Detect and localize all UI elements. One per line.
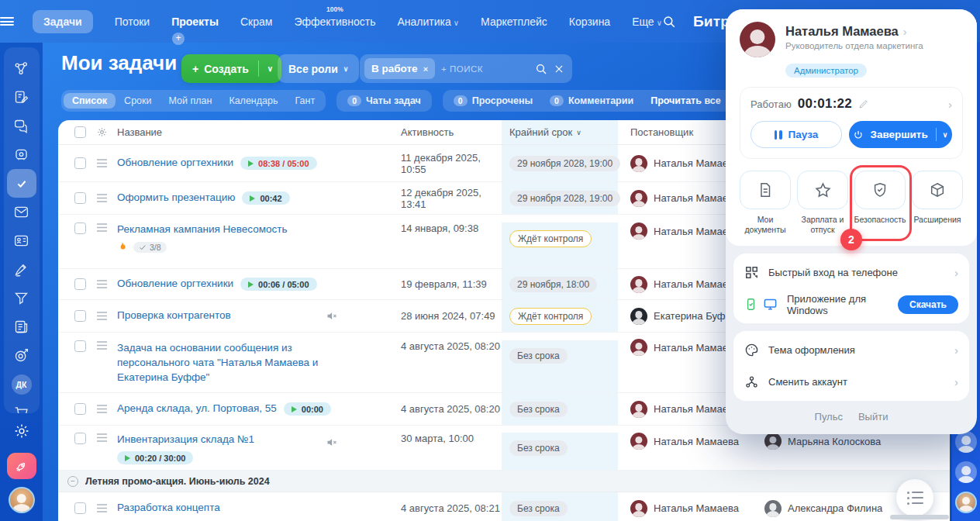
profile-name[interactable]: Наталья Мамаева› [785, 24, 923, 39]
row-checkbox[interactable] [74, 403, 86, 415]
mute-icon[interactable] [326, 436, 337, 448]
qr-login-row[interactable]: Быстрый вход на телефоне › [744, 257, 958, 288]
menu-hamburger-icon[interactable] [0, 16, 14, 28]
sidebar-item-collab-icon[interactable] [7, 54, 36, 83]
task-timer-badge[interactable]: 00:00 [284, 402, 331, 416]
sidebar-item-marketing-icon[interactable] [7, 341, 36, 370]
avatar[interactable] [630, 155, 647, 172]
avatar[interactable] [630, 223, 647, 240]
tab-deadlines[interactable]: Сроки [116, 93, 160, 109]
nav-tasks[interactable]: Задачи [33, 10, 93, 33]
row-checkbox[interactable] [74, 157, 86, 169]
horizontal-scrollbar[interactable] [890, 515, 949, 519]
row-checkbox[interactable] [74, 340, 86, 352]
task-title-link[interactable]: Инвентаризация склада №1 [117, 433, 254, 447]
chat-avatar-active[interactable] [955, 492, 977, 513]
task-timer-badge[interactable]: 00:06 / 05:00 [240, 278, 316, 291]
logout-link[interactable]: Выйти [858, 411, 889, 423]
rocket-boost-button[interactable] [7, 453, 36, 479]
tile-extensions[interactable]: Расширения [912, 171, 963, 235]
chip-remove-icon[interactable]: × [423, 64, 428, 74]
theme-row[interactable]: Тема оформления › [744, 334, 958, 366]
sidebar-item-sales-funnel-icon[interactable] [7, 284, 36, 312]
pause-work-button[interactable]: Пауза [751, 121, 842, 148]
chevron-right-icon[interactable]: › [948, 98, 952, 111]
drag-handle-icon[interactable] [86, 340, 117, 350]
column-header-deadline[interactable]: Крайний срок∨ [502, 120, 618, 144]
avatar[interactable] [764, 433, 782, 450]
profile-avatar[interactable] [740, 22, 775, 57]
task-title-link[interactable]: Разработка концепта [117, 501, 220, 515]
overdue-counter[interactable]: 0 Просрочены [445, 95, 541, 106]
sidebar-item-video-calls-icon[interactable] [7, 140, 36, 169]
drag-handle-icon[interactable] [86, 433, 117, 443]
tile-salary-vacation[interactable]: Зарплата и отпуск [797, 171, 848, 235]
avatar[interactable] [630, 433, 647, 450]
drag-handle-icon[interactable] [86, 158, 117, 168]
task-title-link[interactable]: Проверка контрагентов [117, 309, 231, 323]
row-checkbox[interactable] [74, 310, 86, 322]
row-checkbox[interactable] [74, 433, 86, 444]
edit-time-pencil-icon[interactable] [858, 99, 868, 109]
avatar[interactable] [630, 190, 647, 207]
column-header-name[interactable]: Название [117, 126, 401, 138]
drag-handle-icon[interactable] [86, 404, 117, 414]
collapse-group-icon[interactable]: − [67, 476, 78, 487]
nav-flows[interactable]: Потоки [115, 16, 150, 28]
sidebar-item-mail-icon[interactable] [7, 198, 36, 226]
task-title-link[interactable]: Задача на основании сообщения из персона… [117, 342, 318, 383]
nav-more[interactable]: Еще∨ [632, 16, 662, 28]
avatar[interactable] [630, 276, 647, 293]
worktime-card[interactable]: Работаю 00:01:22 › Пауза Завершить [740, 87, 963, 159]
row-checkbox[interactable] [74, 192, 86, 204]
drag-handle-icon[interactable] [86, 311, 117, 321]
sidebar-item-crm-icon[interactable] [7, 226, 36, 255]
creator-name[interactable]: Наталья Мамаева [654, 436, 739, 447]
task-timer-badge[interactable]: 08:38 / 05:00 [240, 157, 316, 170]
nav-scrum[interactable]: Скрам [240, 16, 272, 28]
tab-my-plan[interactable]: Мой план [160, 93, 221, 109]
table-settings-gear-icon[interactable] [86, 126, 117, 138]
sidebar-item-news-icon[interactable] [7, 83, 36, 112]
table-row[interactable]: Разработка концепта 4 августа 2025, 08:2… [58, 492, 950, 521]
task-title-link[interactable]: Аренда склада, ул. Портовая, 55 [117, 402, 277, 416]
search-input[interactable]: В работе × + ПОИСК [360, 54, 572, 83]
filter-chip-in-progress[interactable]: В работе × [364, 58, 435, 79]
checklist-badge[interactable]: 3/8 [133, 242, 167, 253]
tab-list[interactable]: Список [64, 93, 116, 109]
sidebar-item-sign-icon[interactable] [7, 255, 36, 284]
clear-search-icon[interactable] [554, 64, 564, 74]
mute-icon[interactable] [326, 310, 337, 322]
creator-name[interactable]: Наталья Мамаева [654, 502, 739, 514]
task-title-link[interactable]: Обновление оргтехники [117, 277, 233, 291]
task-timer-badge[interactable]: 00:42 [242, 191, 289, 205]
sidebar-item-dk-badge[interactable]: ДК [7, 370, 36, 399]
finish-work-button[interactable]: Завершить ∨ [849, 121, 952, 148]
settings-gear-icon[interactable] [7, 416, 36, 445]
chevron-down-icon[interactable]: ∨ [943, 131, 948, 139]
read-all-button[interactable]: Прочитать все [642, 95, 730, 106]
assignee-name[interactable]: Марьяна Колоскова [788, 436, 881, 447]
pulse-link[interactable]: Пульс [815, 411, 843, 423]
nav-analytics[interactable]: Аналитика∨ [397, 16, 459, 28]
download-button[interactable]: Скачать [898, 295, 958, 314]
avatar[interactable] [764, 500, 782, 517]
roles-filter-button[interactable]: Все роли∨ [278, 54, 359, 83]
assignee-name[interactable]: Александра Филина [788, 502, 882, 514]
current-user-avatar[interactable] [9, 487, 35, 513]
task-chats-counter[interactable]: 0 Чаты задач [339, 95, 430, 106]
avatar[interactable] [630, 339, 647, 356]
task-title-link[interactable]: Обновление оргтехники [117, 156, 233, 170]
row-checkbox[interactable] [74, 502, 86, 514]
task-group-header[interactable]: − Летняя промо-акция. Июнь-июль 2024 [58, 471, 950, 492]
avatar[interactable] [630, 401, 647, 418]
drag-handle-icon[interactable] [86, 223, 117, 233]
nav-projects[interactable]: Проекты [171, 16, 219, 28]
chat-avatar[interactable] [955, 461, 977, 483]
sidebar-item-messenger-icon[interactable] [7, 112, 36, 140]
nav-recycle-bin[interactable]: Корзина [569, 16, 610, 28]
sidebar-item-shop-icon[interactable] [7, 399, 36, 413]
nav-efficiency[interactable]: 100% Эффективность [294, 16, 375, 28]
task-list-floating-button[interactable] [896, 479, 933, 516]
comments-counter[interactable]: 0 Комментарии [541, 95, 642, 106]
